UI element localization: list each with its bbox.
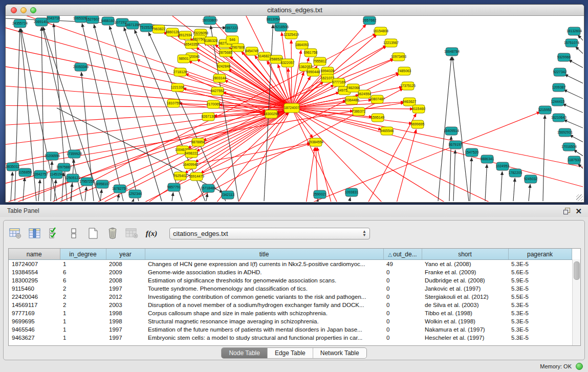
citation-graph[interactable]: 7963822886012889129342322605898275051654… [6,16,583,202]
graph-node[interactable]: 9465546 [380,127,394,135]
graph-node[interactable]: 18300295 [264,110,279,118]
graph-node[interactable]: 6466160 [101,17,115,25]
graph-node[interactable]: 15692931 [557,128,573,137]
graph-node[interactable]: 18132604 [567,27,582,35]
function-builder-icon[interactable]: f(x) [145,227,158,240]
graph-node[interactable]: 1810755 [167,99,181,107]
graph-node[interactable]: 15751074 [564,39,579,47]
minimize-button[interactable] [20,7,27,13]
graph-node[interactable]: 16543352 [184,40,199,49]
graph-node[interactable]: 2967608 [231,43,245,52]
graph-node[interactable]: 6322057 [281,59,295,67]
graph-node[interactable]: 9857791 [167,183,181,191]
graph-node[interactable]: 16409514 [444,127,459,135]
graph-node[interactable]: 1145194 [50,170,63,179]
graph-node[interactable]: 2803144 [213,74,227,82]
graph-node[interactable]: 8267130 [202,113,215,121]
graph-node[interactable]: 1864093 [295,41,309,49]
table-row[interactable]: 946554611997Estimation of the future num… [9,325,572,334]
graph-node[interactable]: 10807487 [369,95,385,103]
graph-node[interactable]: 19384554 [308,138,323,146]
graph-node[interactable]: 546 [226,36,238,44]
graph-node[interactable]: 1595149 [371,114,385,122]
graph-node[interactable]: 9115460 [412,105,425,113]
graph-node[interactable]: 8912934 [179,31,192,39]
graph-node[interactable]: 9699695 [411,120,425,128]
graph-node[interactable]: 12505123 [65,174,80,182]
unselect-all-icon[interactable] [67,227,80,240]
graph-node[interactable]: 1547520 [465,148,479,157]
graph-node[interactable]: 3215953 [538,106,552,114]
graph-node[interactable]: 9777169 [332,78,346,86]
column-header-pagerank[interactable]: pagerank [508,249,572,260]
graph-node[interactable]: 1244415 [551,98,565,106]
column-header-out_degree[interactable]: △out_de... [383,249,422,260]
graph-node[interactable]: 20206596 [45,152,60,160]
graph-node[interactable]: 17016504 [561,143,577,151]
zoom-button[interactable] [30,7,36,13]
graph-node[interactable]: 1156859 [18,168,32,177]
table-vertical-scrollbar[interactable] [572,259,580,345]
graph-node[interactable]: 16914479 [189,172,204,181]
graph-node[interactable]: 14671358 [125,21,140,29]
graph-node[interactable]: 2043716 [47,16,60,23]
graph-node[interactable]: 12213967 [383,39,399,47]
float-panel-icon[interactable] [563,208,570,214]
column-header-title[interactable]: title [145,249,383,260]
graph-node[interactable]: 1209387 [552,83,566,92]
graph-node[interactable]: 6961758 [304,49,318,57]
graph-node[interactable]: 16210643 [551,114,567,122]
graph-node[interactable]: 8860128 [166,28,180,36]
network-window-titlebar[interactable]: citations_edges.txt [6,5,584,16]
table-selector-dropdown[interactable]: citations_edges.txt ▲▼ [169,228,370,239]
close-panel-icon[interactable]: ✕ [575,208,582,214]
graph-node[interactable]: 98901 [178,55,190,63]
graph-node[interactable]: 8427552 [211,87,225,95]
graph-node[interactable]: 2342113 [221,191,234,199]
close-button[interactable] [11,7,17,13]
graph-node[interactable]: 16154808 [373,27,388,35]
graph-node[interactable]: 8186328 [204,37,218,45]
graph-node[interactable]: 24355724 [12,19,28,28]
graph-node[interactable]: 7625402 [173,172,187,180]
tab-node-table[interactable]: Node Table [222,348,268,358]
graph-node[interactable]: 13942757 [33,170,48,179]
column-header-name[interactable]: name [9,249,60,260]
graph-node[interactable]: 16782759 [112,185,127,193]
select-all-icon[interactable] [48,227,61,240]
graph-node[interactable]: 1093831 [345,188,359,196]
column-header-in_degree[interactable]: in_degree [60,249,106,260]
table-row[interactable]: 946362711997Embryonic stem cells: a mode… [9,334,572,342]
graph-node[interactable]: 9498222 [185,149,199,158]
network-canvas[interactable]: 7963822886012889129342322605898275051654… [6,16,584,202]
graph-node[interactable]: 12325419 [284,31,299,39]
graph-node[interactable]: 20053346 [73,63,89,71]
graph-node[interactable]: 1527602 [86,16,100,24]
graph-node[interactable]: 1782205 [509,169,522,177]
graph-node[interactable]: 7955812 [313,57,327,65]
graph-node[interactable]: 19218506 [273,23,289,31]
delete-column-icon[interactable] [106,227,119,240]
graph-node[interactable]: 16033809 [202,16,217,25]
node-table-grid[interactable]: namein_degreeyeartitle△out_de...shortpag… [9,249,572,342]
graph-node[interactable]: 2875685 [219,49,233,57]
graph-node[interactable]: 16958107 [95,180,110,188]
graph-node[interactable]: 6990448 [307,68,320,76]
graph-node-hub[interactable]: 18724007 [284,103,299,113]
window-resize-grip[interactable] [576,194,583,201]
graph-node[interactable]: 2657682 [363,16,377,25]
graph-node[interactable]: 1292344 [128,190,142,198]
table-row[interactable]: 1872400712008Changes of HCN gene express… [9,260,572,269]
graph-node[interactable]: 15718485 [201,184,216,192]
show-columns-icon[interactable] [28,227,41,240]
tab-edge-table[interactable]: Edge Table [268,348,313,358]
table-row[interactable]: 1456911722003Disruption of a novel membe… [9,301,572,309]
table-row[interactable]: 911546021997Tourette syndrome. Phenomeno… [9,285,572,293]
graph-node[interactable]: 10973493 [391,53,406,61]
table-row[interactable]: 2242004622012Investigating the contribut… [9,293,572,301]
graph-node[interactable]: 1024953 [496,162,510,170]
graph-node[interactable]: 9245032 [524,175,538,183]
graph-node[interactable]: 8454749 [245,47,259,55]
graph-node[interactable]: 17957255 [79,178,95,186]
table-mode-icon[interactable] [9,227,22,240]
